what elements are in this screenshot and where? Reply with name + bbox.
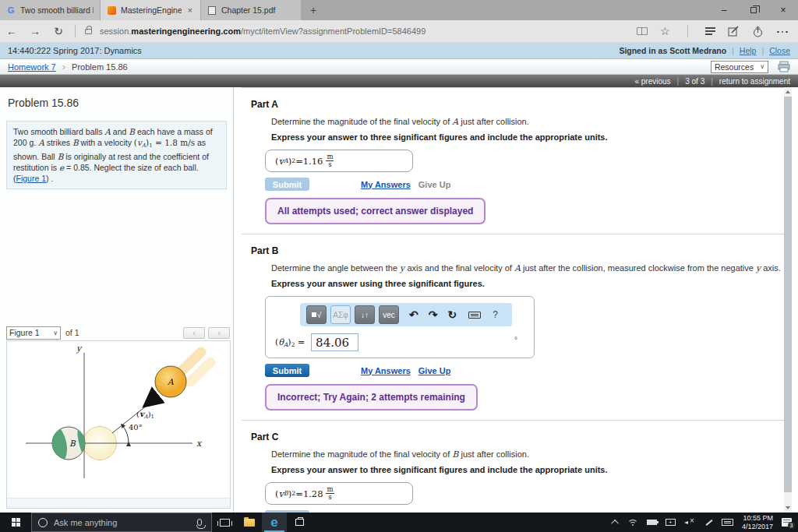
- store-button[interactable]: [287, 513, 312, 532]
- forward-icon[interactable]: →: [23, 25, 47, 37]
- breadcrumb-current: Problem 15.86: [72, 62, 128, 72]
- help-link[interactable]: Help: [740, 46, 757, 55]
- window-controls: – ×: [709, 0, 798, 20]
- reading-view-icon[interactable]: [637, 27, 648, 35]
- keyboard-icon[interactable]: [468, 312, 481, 319]
- cortana-search-box[interactable]: Ask me anything: [31, 513, 212, 532]
- task-view-button[interactable]: [212, 513, 237, 532]
- angle-label: 40°: [129, 423, 143, 432]
- share-icon[interactable]: [752, 26, 764, 37]
- part-b-section: Part B Determine the angle between the y…: [242, 234, 784, 420]
- google-favicon-icon: G: [6, 5, 16, 15]
- figure-prev-button[interactable]: ‹: [183, 327, 205, 339]
- action-center-icon[interactable]: 3: [782, 518, 792, 527]
- new-tab-button[interactable]: +: [302, 0, 325, 20]
- divider: |: [711, 77, 713, 86]
- chevron-down-icon: ∨: [760, 63, 764, 70]
- minimize-button[interactable]: –: [709, 0, 739, 20]
- redo-icon[interactable]: ↷: [429, 308, 438, 321]
- part-b-answer-label: (θA)2 =: [275, 337, 305, 348]
- project-display-icon[interactable]: +: [666, 519, 676, 526]
- wifi-icon[interactable]: [627, 519, 638, 527]
- templates-button[interactable]: √: [306, 305, 327, 324]
- undo-redo-button[interactable]: ↓↑: [355, 305, 375, 324]
- signed-in-text: Signed in as Scott Medrano: [619, 46, 726, 55]
- clock[interactable]: 10:55 PM 4/12/2017: [742, 514, 773, 530]
- part-a-instruction: Express your answer to three significant…: [271, 132, 784, 142]
- undo-icon[interactable]: ↶: [409, 308, 418, 321]
- part-a-title: Part A: [251, 99, 784, 110]
- restore-button[interactable]: [739, 0, 768, 20]
- resources-label: Resources: [715, 62, 754, 72]
- microphone-icon[interactable]: [197, 519, 202, 526]
- part-b-answer-input[interactable]: [311, 333, 358, 351]
- scrollbar-thumb[interactable]: [784, 97, 792, 492]
- part-b-submit-button[interactable]: Submit: [265, 364, 309, 377]
- battery-icon[interactable]: [647, 520, 657, 525]
- tab-label: Two smooth billiard balls A: [20, 5, 94, 15]
- screen: G Two smooth billiard balls A MasteringE…: [0, 0, 798, 532]
- more-options-icon[interactable]: [776, 24, 789, 38]
- url-text[interactable]: session.masteringengineering.com/myct/it…: [100, 26, 425, 36]
- divider: |: [761, 46, 764, 55]
- square-icon: [312, 312, 316, 317]
- hub-icon[interactable]: [705, 26, 715, 37]
- web-note-icon[interactable]: [728, 26, 740, 37]
- tab-mastering-engineering[interactable]: MasteringEngineering M ×: [101, 0, 200, 20]
- tray-expand-icon[interactable]: [611, 520, 619, 527]
- divider: [75, 25, 76, 37]
- breadcrumb: Homework 7 › Problem 15.86 Resources ∨: [0, 59, 798, 75]
- part-c-section: Part C Determine the magnitude of the fi…: [242, 421, 784, 513]
- tab-google-search[interactable]: G Two smooth billiard balls A: [0, 0, 100, 20]
- part-b-instruction: Express your answer using three signific…: [271, 279, 784, 288]
- breadcrumb-chevron-icon: ›: [62, 61, 65, 72]
- scroll-up-icon[interactable]: [784, 87, 792, 97]
- content-scrollbar[interactable]: [784, 87, 792, 513]
- help-icon[interactable]: ?: [493, 309, 498, 320]
- windows-ink-icon[interactable]: [704, 518, 713, 527]
- resources-dropdown[interactable]: Resources ∨: [711, 61, 768, 73]
- greek-symbols-button[interactable]: ΑΣφ: [330, 305, 351, 324]
- part-a-my-answers-link[interactable]: My Answers: [361, 180, 411, 189]
- equation-toolbar: √ ΑΣφ ↓↑ vec ↶ ↷ ↻ ?: [300, 303, 512, 326]
- root-icon: √: [317, 311, 322, 319]
- tab-chapter-pdf[interactable]: Chapter 15.pdf: [201, 0, 301, 20]
- print-icon[interactable]: [778, 61, 790, 72]
- part-b-give-up-link[interactable]: Give Up: [418, 366, 451, 375]
- tab-label: MasteringEngineering M: [121, 5, 182, 15]
- close-link[interactable]: Close: [769, 46, 790, 55]
- part-b-my-answers-link[interactable]: My Answers: [361, 366, 411, 375]
- previous-item-link[interactable]: « previous: [634, 77, 670, 86]
- part-a-section: Part A Determine the magnitude of the fi…: [242, 88, 784, 234]
- lock-icon: [85, 29, 92, 34]
- edge-icon: e: [270, 516, 277, 529]
- part-b-equation-editor: √ ΑΣφ ↓↑ vec ↶ ↷ ↻ ? (θA)2 = °: [265, 296, 535, 358]
- figure-select[interactable]: Figure 1 ∨: [6, 326, 61, 340]
- y-axis-label: y: [76, 344, 83, 354]
- return-to-assignment-link[interactable]: return to assignment: [719, 77, 790, 86]
- close-window-button[interactable]: ×: [768, 0, 798, 20]
- homework-link[interactable]: Homework 7: [8, 62, 56, 72]
- back-icon[interactable]: ←: [0, 25, 23, 37]
- browser-titlebar: G Two smooth billiard balls A MasteringE…: [0, 0, 798, 20]
- touch-keyboard-icon[interactable]: [722, 519, 733, 526]
- reset-icon[interactable]: ↻: [447, 308, 457, 321]
- scroll-down-icon[interactable]: [784, 503, 792, 513]
- figure-next-button[interactable]: ›: [208, 327, 230, 339]
- part-c-title: Part C: [251, 432, 784, 442]
- refresh-icon[interactable]: ↻: [47, 25, 70, 37]
- part-a-submit-button[interactable]: Submit: [265, 178, 309, 191]
- part-a-feedback: All attempts used; correct answer displa…: [265, 198, 486, 224]
- divider: [687, 25, 688, 37]
- start-button[interactable]: [0, 513, 31, 532]
- favorites-star-icon[interactable]: ☆: [660, 25, 670, 37]
- edge-button[interactable]: e: [262, 513, 287, 532]
- vector-button[interactable]: vec: [379, 305, 399, 324]
- part-c-answer-display: (vB)2 = 1.28ms: [265, 482, 413, 505]
- search-placeholder: Ask me anything: [54, 518, 191, 527]
- tab-close-icon[interactable]: ×: [186, 5, 194, 15]
- file-explorer-button[interactable]: [237, 513, 262, 532]
- divider: |: [677, 77, 680, 86]
- volume-muted-icon[interactable]: [684, 519, 695, 527]
- task-view-icon: [220, 519, 230, 527]
